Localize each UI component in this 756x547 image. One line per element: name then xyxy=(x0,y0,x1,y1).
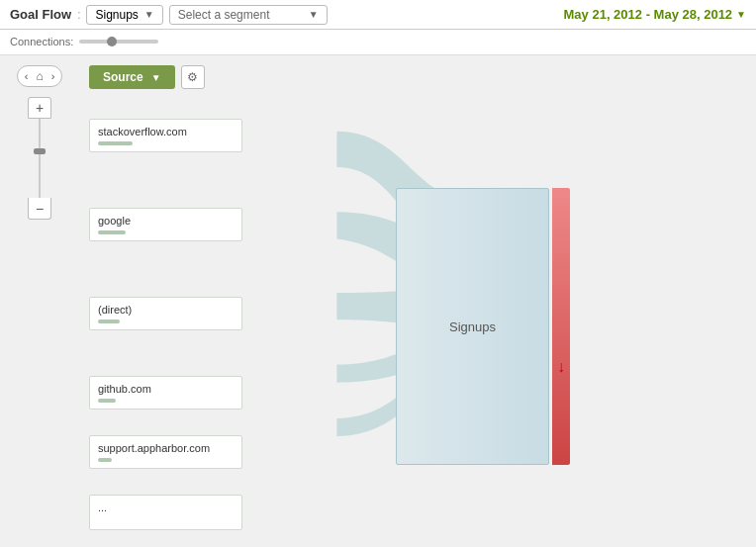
page-title: Goal Flow xyxy=(10,7,71,22)
source-button[interactable]: Source ▼ xyxy=(89,65,175,89)
nav-left-button[interactable]: ‹ xyxy=(22,69,32,83)
date-range-label: May 21, 2012 - May 28, 2012 xyxy=(564,7,733,22)
node-label-support: support.appharbor.com xyxy=(98,442,234,454)
node-bar-github xyxy=(98,399,116,403)
source-node-google[interactable]: google xyxy=(89,208,242,241)
node-label-stackoverflow: stackoverflow.com xyxy=(98,126,234,137)
signups-dropdown-label: Signups xyxy=(95,8,138,22)
segment-dropdown-arrow: ▼ xyxy=(309,9,319,20)
source-node-stackoverflow[interactable]: stackoverflow.com xyxy=(89,119,242,152)
source-header: Source ▼ ⚙ xyxy=(89,65,746,89)
node-label-github: github.com xyxy=(98,383,234,395)
nav-right-button[interactable]: › xyxy=(48,69,58,83)
date-range-arrow: ▼ xyxy=(736,9,746,20)
signups-label: Signups xyxy=(449,319,496,334)
source-node-direct[interactable]: (direct) xyxy=(89,297,242,330)
node-label-google: google xyxy=(98,215,234,227)
zoom-in-button[interactable]: + xyxy=(28,97,51,119)
node-bar-stackoverflow xyxy=(98,141,133,145)
signups-dropdown[interactable]: Signups ▼ xyxy=(86,5,162,25)
source-node-ellipsis[interactable]: ... xyxy=(89,495,242,530)
node-label-ellipsis: ... xyxy=(98,501,234,513)
node-bar-direct xyxy=(98,319,120,323)
flow-area: Source ▼ ⚙ s xyxy=(79,55,756,547)
source-button-arrow: ▼ xyxy=(151,72,161,83)
signups-dropdown-arrow: ▼ xyxy=(144,9,154,20)
nav-arrows-group: ‹ ⌂ › xyxy=(17,65,63,87)
signups-node[interactable]: Signups xyxy=(396,188,549,465)
connections-bar: Connections: xyxy=(0,30,756,55)
node-bar-support xyxy=(98,458,112,462)
zoom-slider-thumb xyxy=(34,148,46,154)
source-node-support[interactable]: support.appharbor.com xyxy=(89,435,242,469)
exit-arrow-icon: ↓ xyxy=(557,358,565,376)
toolbar: Goal Flow : Signups ▼ Select a segment ▼… xyxy=(0,0,756,30)
exit-bar: ↓ xyxy=(552,188,570,465)
zoom-controls: + − xyxy=(28,97,51,220)
date-range-picker[interactable]: May 21, 2012 - May 28, 2012 ▼ xyxy=(564,7,746,22)
connections-label: Connections: xyxy=(10,36,73,47)
nav-home-button[interactable]: ⌂ xyxy=(33,68,46,84)
gear-icon: ⚙ xyxy=(187,70,198,84)
left-nav: ‹ ⌂ › + − xyxy=(0,55,79,547)
segment-dropdown-label: Select a segment xyxy=(178,8,270,22)
flow-visualization: stackoverflow.com google (direct) github… xyxy=(89,109,746,495)
main-area: ‹ ⌂ › + − Source ▼ ⚙ xyxy=(0,55,756,547)
source-button-label: Source xyxy=(103,70,143,84)
source-node-github[interactable]: github.com xyxy=(89,376,242,410)
node-bar-google xyxy=(98,230,126,234)
zoom-slider-track xyxy=(39,119,41,198)
separator: : xyxy=(77,8,80,22)
settings-button[interactable]: ⚙ xyxy=(181,65,205,89)
zoom-out-button[interactable]: − xyxy=(28,198,51,220)
segment-dropdown[interactable]: Select a segment ▼ xyxy=(169,5,328,25)
node-label-direct: (direct) xyxy=(98,304,234,316)
connections-slider[interactable] xyxy=(79,40,158,44)
